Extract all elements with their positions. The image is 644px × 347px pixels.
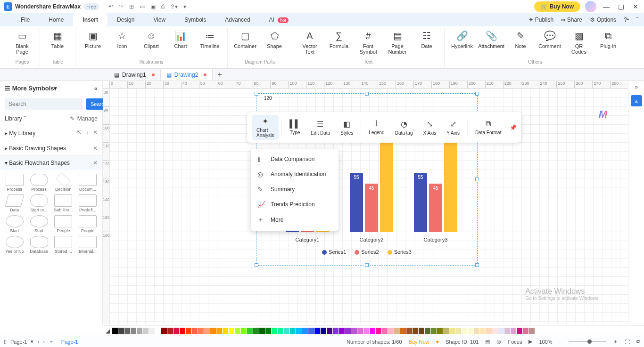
- menu-view[interactable]: View: [144, 14, 175, 26]
- menu-ai[interactable]: AI hot: [260, 14, 298, 26]
- prev-page-icon[interactable]: ‹: [37, 339, 39, 345]
- ribbon-attachment[interactable]: 📎Attachment: [478, 28, 505, 58]
- menu-advanced[interactable]: Advanced: [215, 14, 259, 26]
- color-swatch[interactable]: [327, 328, 332, 334]
- ribbon-hyperlink[interactable]: 🔗Hyperlink: [448, 28, 476, 58]
- ribbon-date[interactable]: ☷Date: [413, 28, 440, 58]
- ribbon-clipart[interactable]: ☺Clipart: [138, 28, 165, 58]
- focus-icon[interactable]: ◎: [496, 339, 501, 345]
- shape-predefi-[interactable]: Predefi...: [76, 194, 99, 212]
- resize-handle[interactable]: [365, 263, 369, 267]
- color-swatch[interactable]: [278, 328, 283, 334]
- color-swatch[interactable]: [462, 328, 467, 334]
- toolbar-type[interactable]: ▌▌Type: [285, 118, 305, 137]
- doc-tab-drawing2[interactable]: ▤ Drawing2: [161, 69, 213, 81]
- new-icon[interactable]: ⊞: [129, 3, 134, 10]
- canvas[interactable]: 0102030405060708090100110120130140150160…: [103, 81, 628, 324]
- fullscreen-icon[interactable]: ⧉: [636, 339, 640, 345]
- color-swatch[interactable]: [425, 328, 430, 334]
- close-icon[interactable]: ✕: [633, 3, 638, 10]
- collapse-ribbon-icon[interactable]: ˆ: [636, 16, 638, 23]
- color-swatch[interactable]: [370, 328, 375, 334]
- color-swatch[interactable]: [511, 328, 516, 334]
- color-swatch[interactable]: [259, 328, 265, 334]
- export-icon[interactable]: ⇪▾: [170, 3, 178, 10]
- fill-tool-icon[interactable]: ◢: [106, 328, 110, 334]
- color-swatch[interactable]: [363, 328, 369, 334]
- add-page-icon[interactable]: ＋: [49, 338, 54, 345]
- color-swatch[interactable]: [161, 328, 167, 334]
- color-swatch[interactable]: [131, 328, 136, 334]
- shape-docum-[interactable]: Docum...: [76, 174, 99, 192]
- shape-stored-[interactable]: Stored ...: [52, 236, 75, 254]
- color-swatch[interactable]: [480, 328, 486, 334]
- color-swatch[interactable]: [229, 328, 234, 334]
- toolbar-styles[interactable]: ◧Styles: [336, 118, 358, 137]
- share-button[interactable]: ∞ Share: [561, 16, 582, 23]
- color-swatch[interactable]: [382, 328, 388, 334]
- color-swatch[interactable]: [247, 328, 253, 334]
- color-swatch[interactable]: [468, 328, 473, 334]
- color-swatch[interactable]: [394, 328, 400, 334]
- presentation-icon[interactable]: ▶: [528, 339, 532, 345]
- color-swatch[interactable]: [486, 328, 492, 334]
- menu-trends-prediction[interactable]: 📈Trends Prediction: [251, 197, 339, 212]
- toolbar-x-axis[interactable]: ⤡X Axis: [418, 118, 441, 137]
- color-swatch[interactable]: [149, 328, 155, 334]
- user-avatar[interactable]: [585, 1, 596, 12]
- color-swatch[interactable]: [118, 328, 124, 334]
- color-swatch[interactable]: [498, 328, 504, 334]
- color-swatch[interactable]: [474, 328, 479, 334]
- menu-symbols[interactable]: Symbols: [175, 14, 215, 26]
- ribbon-note[interactable]: ✎Note: [507, 28, 534, 58]
- edit-icon[interactable]: ✎: [70, 115, 74, 122]
- color-swatch[interactable]: [137, 328, 142, 334]
- color-swatch[interactable]: [284, 328, 289, 334]
- zoom-in-icon[interactable]: ＋: [613, 338, 618, 345]
- color-swatch[interactable]: [321, 328, 326, 334]
- redo-icon[interactable]: ↷: [119, 3, 124, 10]
- zoom-out-icon[interactable]: −: [559, 339, 562, 345]
- ribbon-picture[interactable]: ▣Picture: [79, 28, 107, 58]
- toolbar-data-format[interactable]: ⧉Data Format: [471, 118, 506, 137]
- undo-icon[interactable]: ↶: [108, 3, 113, 10]
- color-swatch[interactable]: [523, 328, 528, 334]
- help-icon[interactable]: ?•: [624, 16, 629, 23]
- menu-file[interactable]: File: [11, 14, 39, 26]
- ribbon-icon[interactable]: ☆Icon: [108, 28, 136, 58]
- menu-summary[interactable]: ✎Summary: [251, 182, 339, 197]
- shape-decision[interactable]: Decision: [52, 174, 75, 192]
- color-swatch[interactable]: [198, 328, 204, 334]
- print-icon[interactable]: ⎙: [161, 3, 165, 10]
- shape-sub-pro-[interactable]: Sub Pro...: [52, 194, 75, 212]
- ribbon-blank-page[interactable]: ▭BlankPage: [8, 28, 36, 58]
- shape-start[interactable]: Start: [3, 215, 26, 233]
- color-swatch[interactable]: [431, 328, 437, 334]
- color-swatch[interactable]: [124, 328, 130, 334]
- color-swatch[interactable]: [241, 328, 247, 334]
- ribbon-page-number[interactable]: ▤PageNumber: [384, 28, 411, 58]
- toolbar-chart-analysis[interactable]: ✦ChartAnalysis: [252, 115, 279, 140]
- color-swatch[interactable]: [173, 328, 179, 334]
- close-section-icon[interactable]: ✕: [93, 145, 98, 152]
- color-swatch[interactable]: [449, 328, 455, 334]
- next-page-icon[interactable]: ›: [43, 339, 45, 345]
- color-swatch[interactable]: [339, 328, 345, 334]
- add-tab-button[interactable]: ＋: [213, 69, 227, 81]
- shape-process[interactable]: Process: [3, 174, 26, 192]
- library-label[interactable]: Library: [5, 115, 22, 122]
- shape-process[interactable]: Process: [27, 174, 51, 192]
- menu-home[interactable]: Home: [39, 14, 73, 26]
- toolbar-edit-data[interactable]: ☰Edit Data: [306, 118, 335, 137]
- color-swatch[interactable]: [112, 328, 118, 334]
- ribbon-shape[interactable]: ⬠Shape: [261, 28, 288, 58]
- color-swatch[interactable]: [223, 328, 228, 334]
- menu-data-comparison[interactable]: ⫿Data Comparison: [251, 152, 339, 167]
- color-swatch[interactable]: [529, 328, 535, 334]
- shape-people[interactable]: People: [52, 215, 75, 233]
- zoom-value[interactable]: 100%: [539, 339, 552, 345]
- section-basic-drawing[interactable]: ▸ Basic Drawing Shapes ✕: [0, 141, 102, 155]
- resize-handle[interactable]: [475, 92, 479, 96]
- page-view-icon[interactable]: ▯: [4, 339, 7, 345]
- color-swatch[interactable]: [302, 328, 308, 334]
